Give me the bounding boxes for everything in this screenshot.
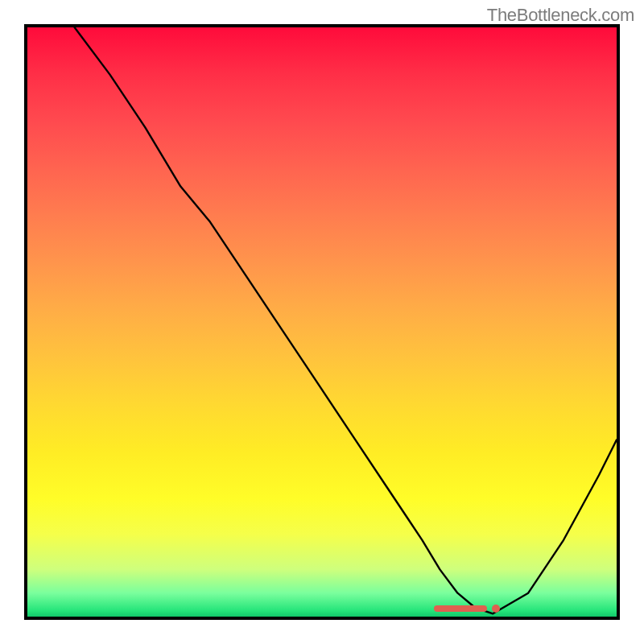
bottleneck-curve-path	[75, 27, 617, 613]
plot-area	[24, 24, 620, 620]
chart-container	[24, 24, 620, 620]
watermark-text: TheBottleneck.com	[487, 5, 634, 26]
curve-svg	[27, 27, 617, 617]
minimum-marker-bar	[434, 605, 487, 612]
